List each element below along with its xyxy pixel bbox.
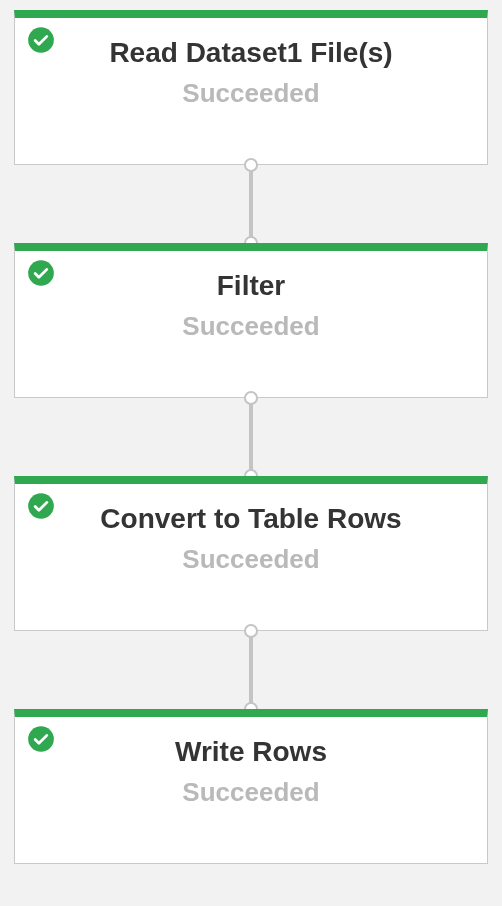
svg-point-2 — [28, 493, 54, 519]
check-circle-icon — [27, 492, 55, 520]
connector-line — [249, 398, 253, 476]
pipeline-node-convert-to-table-rows[interactable]: Convert to Table Rows Succeeded — [14, 476, 488, 631]
svg-point-1 — [28, 260, 54, 286]
node-status: Succeeded — [182, 544, 319, 575]
node-title: Read Dataset1 File(s) — [109, 36, 392, 70]
output-port[interactable] — [244, 391, 258, 405]
connector-line — [249, 165, 253, 243]
node-title: Convert to Table Rows — [100, 502, 401, 536]
check-circle-icon — [27, 26, 55, 54]
node-title: Filter — [217, 269, 285, 303]
pipeline-node-read-dataset1-files[interactable]: Read Dataset1 File(s) Succeeded — [14, 10, 488, 165]
output-port[interactable] — [244, 624, 258, 638]
node-status: Succeeded — [182, 311, 319, 342]
output-port[interactable] — [244, 158, 258, 172]
connector — [14, 165, 488, 243]
check-circle-icon — [27, 725, 55, 753]
connector-line — [249, 631, 253, 709]
check-circle-icon — [27, 259, 55, 287]
pipeline-canvas: Read Dataset1 File(s) Succeeded Filter S… — [0, 0, 502, 906]
pipeline-node-filter[interactable]: Filter Succeeded — [14, 243, 488, 398]
svg-point-3 — [28, 726, 54, 752]
svg-point-0 — [28, 27, 54, 53]
connector — [14, 631, 488, 709]
connector — [14, 398, 488, 476]
node-title: Write Rows — [175, 735, 327, 769]
pipeline-node-write-rows[interactable]: Write Rows Succeeded — [14, 709, 488, 864]
node-status: Succeeded — [182, 777, 319, 808]
node-status: Succeeded — [182, 78, 319, 109]
